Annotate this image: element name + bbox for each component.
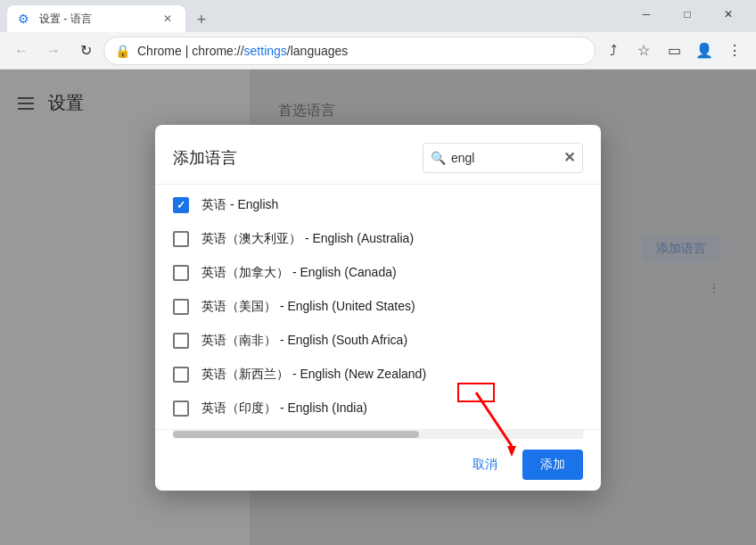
list-item[interactable]: 英语 - English [155, 188, 601, 222]
horizontal-scrollbar[interactable] [173, 430, 583, 439]
lang-name-en-in: 英语（印度） - English (India) [201, 400, 367, 417]
lang-checkbox-en-au[interactable] [173, 231, 189, 247]
maximize-button[interactable]: □ [667, 2, 708, 27]
modal-overlay: 添加语言 🔍 ✕ 英语 - English [0, 70, 756, 545]
list-item[interactable]: 英语（美国） - English (United States) [155, 290, 601, 324]
title-bar: ⚙ 设置 - 语言 ✕ + ─ □ ✕ [0, 0, 756, 32]
modal-title: 添加语言 [173, 147, 237, 169]
tab-close-button[interactable]: ✕ [160, 12, 175, 26]
lang-name-en-us: 英语（美国） - English (United States) [201, 299, 415, 315]
search-box: 🔍 ✕ [423, 143, 583, 173]
tab-favicon: ⚙ [18, 12, 32, 26]
lang-checkbox-en-za[interactable] [173, 333, 189, 349]
modal-footer: 取消 添加 [155, 439, 601, 491]
list-item[interactable]: 英语（南非） - English (South Africa) [155, 324, 601, 358]
lang-checkbox-en-in[interactable] [173, 400, 189, 417]
minimize-button[interactable]: ─ [626, 2, 667, 27]
browser-frame: ⚙ 设置 - 语言 ✕ + ─ □ ✕ ← → ↻ 🔒 Chrome | chr… [0, 0, 756, 545]
list-item[interactable]: 英语（新西兰） - English (New Zealand) [155, 358, 601, 392]
modal-header: 添加语言 🔍 ✕ [155, 125, 601, 184]
refresh-button[interactable]: ↻ [71, 37, 100, 65]
tab-title: 设置 - 语言 [39, 12, 153, 27]
address-text: Chrome | chrome://settings/languages [137, 44, 584, 58]
nav-actions: ⤴ ☆ ▭ 👤 ⋮ [599, 37, 749, 65]
lang-name-en: 英语 - English [201, 197, 278, 213]
language-list: 英语 - English 英语（澳大利亚） - English (Austral… [155, 184, 601, 430]
new-tab-button[interactable]: + [189, 7, 214, 32]
lang-checkbox-en-us[interactable] [173, 299, 189, 315]
lang-name-en-ca: 英语（加拿大） - English (Canada) [201, 265, 397, 281]
search-clear-button[interactable]: ✕ [563, 149, 575, 166]
h-scrollbar-thumb [173, 431, 419, 438]
sidebar-button[interactable]: ▭ [660, 37, 688, 65]
lang-name-en-au: 英语（澳大利亚） - English (Australia) [201, 231, 414, 247]
content-area: 设置 首选语言 网站会尽可 1. 中 将网 使用 添加语言 [0, 70, 756, 545]
language-search-input[interactable] [451, 151, 558, 165]
lang-checkbox-en-nz[interactable] [173, 367, 189, 383]
close-button[interactable]: ✕ [708, 2, 749, 27]
window-controls: ─ □ ✕ [626, 2, 749, 32]
more-button[interactable]: ⋮ [720, 37, 749, 65]
list-item[interactable]: 英语（加拿大） - English (Canada) [155, 256, 601, 290]
lock-icon: 🔒 [115, 44, 130, 58]
lang-checkbox-en-ca[interactable] [173, 265, 189, 281]
search-icon: 🔍 [431, 151, 446, 165]
add-button[interactable]: 添加 [522, 450, 583, 480]
add-language-modal: 添加语言 🔍 ✕ 英语 - English [155, 125, 601, 491]
bookmark-button[interactable]: ☆ [629, 37, 658, 65]
address-bar[interactable]: 🔒 Chrome | chrome://settings/languages [103, 37, 596, 65]
lang-name-en-za: 英语（南非） - English (South Africa) [201, 333, 407, 349]
profile-button[interactable]: 👤 [690, 37, 719, 65]
browser-tab[interactable]: ⚙ 设置 - 语言 ✕ [7, 5, 185, 32]
share-button[interactable]: ⤴ [599, 37, 628, 65]
list-item[interactable]: 英语（澳大利亚） - English (Australia) [155, 222, 601, 256]
forward-button[interactable]: → [39, 37, 68, 65]
lang-name-en-nz: 英语（新西兰） - English (New Zealand) [201, 367, 426, 383]
lang-checkbox-en[interactable] [173, 197, 189, 213]
nav-bar: ← → ↻ 🔒 Chrome | chrome://settings/langu… [0, 32, 756, 70]
back-button[interactable]: ← [7, 37, 36, 65]
cancel-button[interactable]: 取消 [455, 450, 515, 480]
list-item[interactable]: 英语（印度） - English (India) [155, 392, 601, 425]
